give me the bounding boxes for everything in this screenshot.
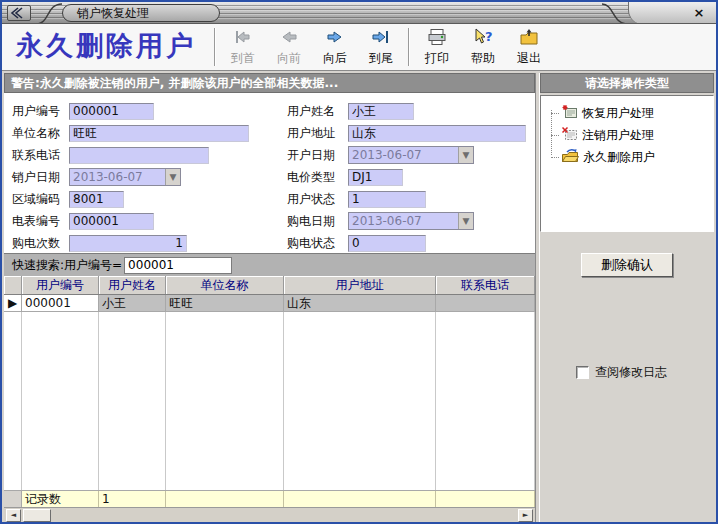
main-area: 警告:永久删除被注销的用户, 并删除该用户的全部相关数据... 用户编号 用户姓… xyxy=(4,73,535,522)
column-header[interactable]: 联系电话 xyxy=(436,276,535,294)
toolbar-button-label: 退出 xyxy=(517,50,541,67)
combo-value: 2013-06-07 xyxy=(349,213,458,229)
delete-confirm-button[interactable]: 删除确认 xyxy=(581,253,673,277)
quick-search-bar: 快速搜索:用户编号= xyxy=(4,253,535,276)
operation-panel-title: 请选择操作类型 xyxy=(540,73,714,93)
user-detail-form: 用户编号 用户姓名 单位名称 用户地址 联系电话 开户日期 xyxy=(4,93,535,253)
checkbox-unchecked-icon[interactable] xyxy=(576,366,589,379)
toolbar-button-exit[interactable]: 退出 xyxy=(506,26,552,68)
close-button[interactable]: × xyxy=(691,5,707,21)
chevron-down-icon[interactable]: ▼ xyxy=(458,147,473,163)
record-count-value: 1 xyxy=(99,491,166,507)
table-cell[interactable] xyxy=(436,295,535,312)
table-row[interactable]: ▶ 000001 小王 旺旺 山东 xyxy=(4,295,535,312)
field-label: 单位名称 xyxy=(12,125,69,142)
field-label: 用户编号 xyxy=(12,103,69,120)
tree-stub-line xyxy=(551,135,559,136)
operation-item-deregister-user[interactable]: 注销用户处理 xyxy=(541,124,713,146)
chevron-down-icon[interactable]: ▼ xyxy=(165,169,180,185)
field-label: 电表编号 xyxy=(12,213,69,230)
toolbar-button-help[interactable]: ? 帮助 xyxy=(460,26,506,68)
open-date-combo[interactable]: 2013-06-07 ▼ xyxy=(348,146,474,164)
toolbar-button-label: 向后 xyxy=(323,50,347,67)
toolbar-button-print[interactable]: 打印 xyxy=(414,26,460,68)
toolbar-separator xyxy=(214,28,216,66)
toolbar-button-go-first[interactable]: 到首 xyxy=(220,26,266,68)
scrollbar-thumb[interactable] xyxy=(23,509,51,522)
phone-field[interactable] xyxy=(69,147,209,164)
chevron-down-icon[interactable]: ▼ xyxy=(458,213,473,229)
warning-bar: 警告:永久删除被注销的用户, 并删除该用户的全部相关数据... xyxy=(4,73,535,93)
field-label: 用户姓名 xyxy=(287,103,348,120)
row-selector-marker: ▶ xyxy=(4,295,22,312)
toolbar-button-label: 到首 xyxy=(231,50,255,67)
column-header[interactable]: 用户编号 xyxy=(22,276,99,294)
toolbar-button-label: 帮助 xyxy=(471,50,495,67)
purchase-count-field[interactable] xyxy=(69,235,187,252)
user-id-field[interactable] xyxy=(69,103,154,120)
purchase-status-field[interactable] xyxy=(348,235,426,252)
close-date-combo[interactable]: 2013-06-07 ▼ xyxy=(69,168,181,186)
user-table: 用户编号 用户姓名 单位名称 用户地址 联系电话 ▶ 000001 小王 旺旺 … xyxy=(4,276,535,507)
purchase-date-combo[interactable]: 2013-06-07 ▼ xyxy=(348,212,474,230)
area-code-field[interactable] xyxy=(69,191,124,208)
table-empty-area xyxy=(4,312,535,490)
app-logo-icon[interactable] xyxy=(7,5,31,21)
app-window: 销户恢复处理 × 永久删除用户 到首 向前 向后 到尾 打印 ? xyxy=(0,0,718,524)
combo-value: 2013-06-07 xyxy=(70,169,165,185)
titlebar-curve-left xyxy=(34,2,64,24)
unit-name-field[interactable] xyxy=(69,125,249,142)
price-type-field[interactable] xyxy=(348,169,403,186)
tree-stub-line xyxy=(551,157,559,158)
toolbar-button-go-next[interactable]: 向后 xyxy=(312,26,358,68)
operation-panel: 请选择操作类型 恢复用户处理 注销用户处理 永久删除用户 xyxy=(540,73,714,522)
table-cell[interactable]: 旺旺 xyxy=(166,295,284,312)
operation-item-label: 永久删除用户 xyxy=(583,149,655,166)
operation-item-restore-user[interactable]: 恢复用户处理 xyxy=(541,102,713,124)
operation-type-list: 恢复用户处理 注销用户处理 永久删除用户 xyxy=(540,95,714,232)
delete-user-folder-icon xyxy=(561,148,579,167)
record-count-label: 记录数 xyxy=(22,491,99,507)
table-cell[interactable]: 小王 xyxy=(99,295,166,312)
combo-value: 2013-06-07 xyxy=(349,147,458,163)
meter-id-field[interactable] xyxy=(69,213,154,230)
table-footer-row: 记录数 1 xyxy=(4,490,535,507)
restore-user-icon xyxy=(561,104,578,123)
view-log-checkbox-row[interactable]: 查阅修改日志 xyxy=(576,364,714,381)
table-cell[interactable]: 000001 xyxy=(22,295,99,312)
operation-item-label: 恢复用户处理 xyxy=(582,105,654,122)
quick-search-input[interactable] xyxy=(124,257,232,274)
field-label: 用户状态 xyxy=(287,191,348,208)
go-next-icon xyxy=(325,28,345,49)
field-label: 购电次数 xyxy=(12,235,69,252)
deregister-user-icon xyxy=(561,126,578,145)
toolbar-button-label: 到尾 xyxy=(369,50,393,67)
operation-item-delete-user[interactable]: 永久删除用户 xyxy=(541,146,713,168)
column-header[interactable]: 用户姓名 xyxy=(99,276,166,294)
field-label: 销户日期 xyxy=(12,169,69,186)
field-label: 电价类型 xyxy=(287,169,348,186)
toolbar-button-label: 打印 xyxy=(425,50,449,67)
user-name-field[interactable] xyxy=(348,103,414,120)
scroll-left-arrow-icon[interactable]: ◄ xyxy=(6,509,21,522)
column-header[interactable]: 用户地址 xyxy=(284,276,436,294)
toolbar-button-go-previous[interactable]: 向前 xyxy=(266,26,312,68)
go-first-icon xyxy=(233,28,253,49)
title-bar[interactable]: 销户恢复处理 × xyxy=(2,2,716,24)
scroll-right-arrow-icon[interactable]: ► xyxy=(518,509,533,522)
go-last-icon xyxy=(371,28,391,49)
toolbar-separator xyxy=(408,28,410,66)
toolbar-button-go-last[interactable]: 到尾 xyxy=(358,26,404,68)
table-cell[interactable]: 山东 xyxy=(284,295,436,312)
operation-item-label: 注销用户处理 xyxy=(582,127,654,144)
user-status-field[interactable] xyxy=(348,191,426,208)
field-label: 区域编码 xyxy=(12,191,69,208)
titlebar-curve-right xyxy=(602,2,630,24)
field-label: 联系电话 xyxy=(12,147,69,164)
column-header[interactable]: 单位名称 xyxy=(166,276,284,294)
toolbar-button-label: 向前 xyxy=(277,50,301,67)
table-header-row: 用户编号 用户姓名 单位名称 用户地址 联系电话 xyxy=(4,276,535,295)
field-label: 开户日期 xyxy=(287,147,348,164)
user-address-field[interactable] xyxy=(348,125,526,142)
horizontal-scrollbar[interactable]: ◄ ► xyxy=(4,507,535,522)
